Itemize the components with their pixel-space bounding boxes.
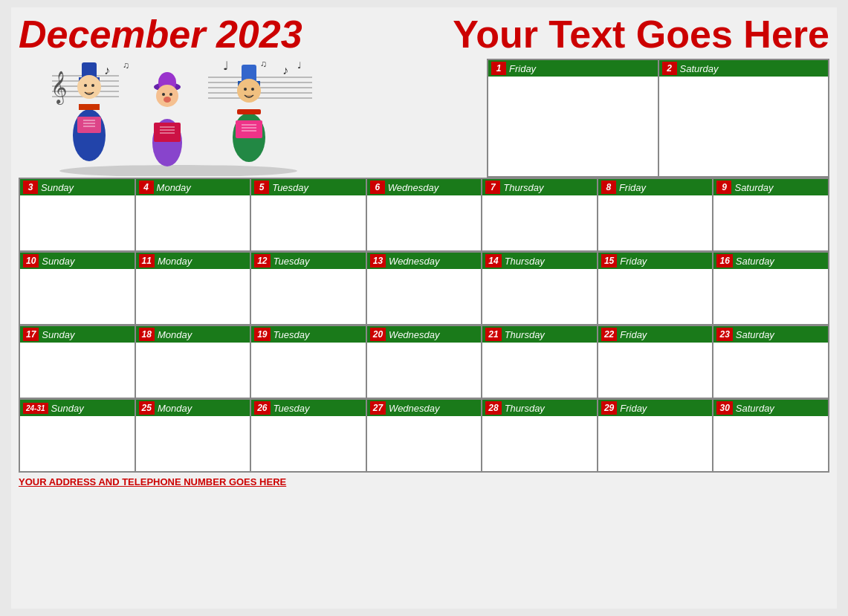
svg-point-45 [244, 88, 247, 91]
day-cell-8: 8Friday [598, 178, 713, 251]
day-cell-26: 26Tuesday [250, 399, 366, 472]
svg-rect-48 [236, 120, 262, 138]
day-cell-24-31: 24-31Sunday [19, 399, 135, 472]
day-cell-20: 20Wednesday [366, 325, 482, 398]
day-cell-22: 22Friday [598, 325, 713, 398]
carolers-illustration: 𝄞 ♪ ♫ ♩ ♪ ♫ ♪ ♩ [30, 61, 327, 176]
day-cell-1: 1 Friday [488, 59, 658, 177]
svg-point-34 [162, 93, 165, 96]
header-spacer [338, 59, 487, 178]
svg-rect-26 [77, 117, 101, 133]
day-cell-21: 21Thursday [482, 325, 598, 398]
svg-text:♫: ♫ [123, 61, 129, 71]
svg-text:♪: ♪ [282, 64, 288, 77]
day-cell-2: 2 Saturday [658, 59, 829, 177]
day-cell-14: 14Thursday [482, 252, 598, 325]
svg-point-46 [251, 88, 254, 91]
day-cell-27: 27Wednesday [366, 399, 482, 472]
day-cell-5: 5Tuesday [250, 178, 366, 251]
week-row-1: 3Sunday 4Monday 5Tuesday 6Wednesday 7Thu… [19, 178, 829, 252]
day-cell-11: 11Monday [135, 252, 251, 325]
week-row-4: 24-31Sunday 25Monday 26Tuesday 27Wednesd… [19, 398, 829, 473]
day-cell-19: 19Tuesday [250, 325, 366, 398]
svg-rect-37 [154, 123, 181, 142]
week-row-2: 10Sunday 11Monday 12Tuesday 13Wednesday … [19, 251, 829, 325]
day-cell-25: 25Monday [135, 399, 251, 472]
calendar-weeks: 3Sunday 4Monday 5Tuesday 6Wednesday 7Thu… [19, 178, 829, 472]
svg-point-24 [91, 84, 94, 87]
svg-rect-47 [237, 109, 261, 114]
day-cell-28: 28Thursday [482, 399, 598, 472]
svg-point-22 [77, 75, 101, 99]
day-cell-7: 7Thursday [482, 178, 598, 251]
header: December 2023 Your Text Goes Here [19, 13, 829, 56]
week-row-3: 17Sunday 18Monday 19Tuesday 20Wednesday … [19, 325, 829, 399]
day-cell-13: 13Wednesday [366, 252, 482, 325]
day-cell-17: 17Sunday [19, 325, 135, 398]
custom-text[interactable]: Your Text Goes Here [453, 13, 829, 56]
svg-point-44 [237, 79, 261, 103]
day-cell-9: 9Saturday [713, 178, 829, 251]
carolers-area: 𝄞 ♪ ♫ ♩ ♪ ♫ ♪ ♩ [19, 59, 338, 178]
first-week-cells: 1 Friday 2 Saturday [487, 59, 829, 178]
day-cell-15: 15Friday [598, 252, 713, 325]
svg-point-23 [84, 84, 87, 87]
day-cell-10: 10Sunday [19, 252, 135, 325]
day-cell-3: 3Sunday [19, 178, 135, 251]
day-cell-30: 30Saturday [713, 399, 829, 472]
day-body-1[interactable] [488, 77, 658, 176]
month-title: December 2023 [19, 13, 302, 56]
day-name-1: Friday [509, 63, 536, 74]
top-section: 𝄞 ♪ ♫ ♩ ♪ ♫ ♪ ♩ [19, 59, 829, 178]
day-cell-12: 12Tuesday [250, 252, 366, 325]
day-name-2: Saturday [680, 63, 719, 74]
svg-point-0 [59, 165, 297, 176]
day-number-1: 1 [491, 62, 506, 75]
svg-text:♫: ♫ [260, 61, 267, 69]
svg-text:♩: ♩ [223, 61, 229, 72]
svg-text:♩: ♩ [297, 61, 302, 71]
svg-point-35 [169, 93, 172, 96]
day-cell-23: 23Saturday [713, 325, 829, 398]
calendar-page: December 2023 Your Text Goes Here 𝄞 [11, 7, 837, 609]
day-cell-16: 16Saturday [713, 252, 829, 325]
day-cell-4: 4Monday [135, 178, 251, 251]
svg-rect-25 [79, 104, 100, 110]
day-cell-18: 18Monday [135, 325, 251, 398]
svg-point-33 [156, 85, 178, 107]
day-cell-29: 29Friday [598, 399, 713, 472]
footer-address[interactable]: YOUR ADDRESS AND TELEPHONE NUMBER GOES H… [19, 476, 829, 487]
day-cell-6: 6Wednesday [366, 178, 482, 251]
day-body-2[interactable] [659, 77, 829, 176]
day-number-2: 2 [662, 62, 677, 75]
svg-text:♪: ♪ [104, 64, 110, 77]
svg-point-36 [164, 97, 171, 103]
svg-text:𝄞: 𝄞 [51, 71, 67, 106]
